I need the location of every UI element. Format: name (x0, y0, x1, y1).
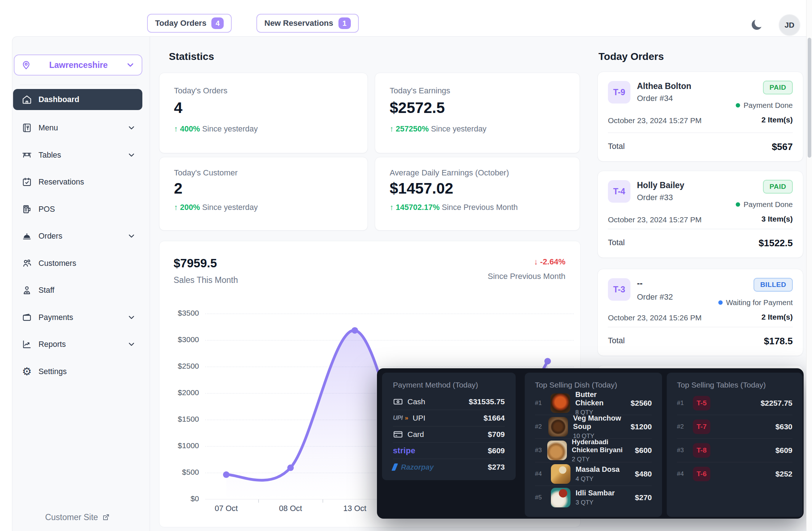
cloche-icon (22, 231, 32, 241)
pos-terminal-icon (22, 204, 32, 214)
customer-name: -- (637, 279, 642, 288)
sidebar-item-menu[interactable]: Menu (13, 117, 142, 138)
page-scrollbar-track[interactable] (806, 0, 812, 531)
sidebar-item-payments[interactable]: Payments (13, 307, 142, 328)
stat-label: Average Daily Earnings (October) (390, 168, 565, 178)
order-datetime: October 23, 2024 15:27 PM (608, 215, 702, 224)
stat-label: Today's Orders (174, 86, 353, 96)
status-badge: PAID (763, 180, 793, 194)
status-dot-icon (736, 103, 740, 108)
gridline (205, 340, 574, 341)
dish-amount: $270 (635, 493, 652, 502)
stat-delta-note: Since yesterday (202, 203, 258, 212)
dish-image (547, 441, 567, 460)
sidebar-item-label: Reservations (38, 178, 84, 187)
stat-value: 2 (174, 180, 353, 197)
dish-name: Hyderabadi Chicken Biryani (572, 438, 630, 454)
dish-row: #3 Hyderabadi Chicken Biryani2 QTY $600 (535, 439, 652, 462)
x-axis-tick (258, 499, 259, 503)
table-amount: $2257.75 (760, 399, 792, 408)
dish-qty: 2 QTY (572, 456, 630, 463)
gear-icon: ⚙ (22, 366, 32, 377)
sidebar-item-label: Settings (38, 367, 67, 376)
sidebar-item-reservations[interactable]: Reservations (13, 171, 142, 192)
sidebar-item-pos[interactable]: POS (13, 199, 142, 220)
order-card[interactable]: T-9 Althea Bolton Order #34 PAID Payment… (597, 72, 803, 162)
y-tick-label: $3000 (160, 335, 199, 344)
status-dot-icon (718, 300, 723, 305)
dish-amount: $600 (635, 446, 652, 455)
dish-rank: #2 (535, 423, 543, 430)
statistics-heading: Statistics (169, 51, 214, 62)
payment-method-heading: Payment Method (Today) (393, 381, 478, 389)
customer-name: Althea Bolton (637, 81, 691, 91)
chevron-down-icon (126, 60, 135, 70)
dish-row: #4 Masala Dosa4 QTY $480 (535, 462, 652, 486)
order-card[interactable]: T-3 -- Order #32 BILLED Waiting for Paym… (597, 269, 803, 356)
status-detail-text: Waiting for Payment (726, 298, 793, 307)
sidebar-item-label: Menu (38, 123, 58, 133)
menu-book-icon (22, 123, 32, 133)
user-avatar[interactable]: JD (779, 14, 800, 36)
dish-qty: 4 QTY (576, 475, 620, 483)
chart-report-icon (22, 339, 32, 349)
stat-delta-note: Since Previous Month (442, 203, 518, 212)
upi-logo-icon: UPI (393, 414, 403, 422)
order-datetime: October 23, 2024 15:26 PM (608, 313, 702, 322)
stat-card-average-daily-earnings: Average Daily Earnings (October) $1457.0… (375, 157, 580, 231)
stat-card-todays-customer: Today's Customer 2 ↑200%Since yesterday (159, 157, 368, 231)
sidebar-item-dashboard[interactable]: Dashboard (13, 89, 142, 110)
x-axis-tick (322, 499, 323, 503)
razorpay-mark-icon (391, 463, 398, 471)
location-name: Lawrenceshire (31, 60, 126, 70)
today-orders-button[interactable]: Today Orders 4 (147, 14, 232, 33)
order-card[interactable]: T-4 Holly Bailey Order #33 PAID Payment … (597, 171, 803, 258)
external-link-icon (102, 513, 110, 522)
sidebar-item-tables[interactable]: Tables (13, 145, 142, 166)
dish-name: Masala Dosa (576, 465, 620, 474)
sidebar-item-reports[interactable]: Reports (13, 334, 142, 355)
credit-card-icon (393, 429, 403, 439)
dark-mode-toggle[interactable] (749, 16, 766, 33)
chevron-down-icon (127, 313, 136, 322)
sidebar-top-divider (20, 85, 137, 85)
y-tick-label: $1500 (160, 415, 199, 423)
status-badge: BILLED (754, 278, 793, 292)
dish-name: Butter Chicken (575, 390, 625, 407)
order-number: Order #32 (637, 292, 673, 302)
location-selector[interactable]: Lawrenceshire (14, 54, 142, 76)
page-scrollbar-thumb[interactable] (808, 38, 811, 158)
sidebar-item-label: Customers (38, 259, 76, 268)
payment-method-amount: $609 (488, 446, 505, 455)
customer-site-label: Customer Site (45, 512, 98, 522)
total-value: $567 (772, 141, 793, 153)
avatar-initials: JD (785, 21, 795, 29)
sidebar-item-orders[interactable]: Orders (13, 226, 142, 247)
sidebar-item-settings[interactable]: ⚙ Settings (13, 361, 142, 382)
table-rank: #4 (677, 470, 688, 478)
y-tick-label: $2000 (160, 388, 199, 397)
stat-delta-value: 145702.17% (396, 203, 440, 212)
sales-change: -2.64% (540, 257, 565, 266)
sidebar-item-staff[interactable]: Staff (13, 280, 142, 301)
dish-image (551, 488, 571, 507)
table-badge: T-7 (693, 419, 710, 434)
dish-rank: #5 (535, 494, 546, 501)
new-reservations-button[interactable]: New Reservations 1 (256, 14, 359, 33)
new-reservations-button-label: New Reservations (264, 19, 333, 28)
customer-site-link[interactable]: Customer Site (13, 509, 142, 525)
stat-value: $2572.5 (390, 99, 565, 117)
order-card-divider (608, 229, 793, 229)
total-value: $178.5 (764, 336, 793, 347)
table-rank: #1 (677, 400, 688, 407)
table-row: #3 T-8 $609 (677, 439, 792, 462)
top-selling-tables-panel: Top Selling Tables (Today) #1 T-5 $2257.… (667, 373, 803, 517)
order-card-divider (608, 327, 793, 327)
table-badge: T-9 (608, 81, 630, 104)
y-tick-label: $3500 (160, 309, 199, 317)
y-tick-label: $2500 (160, 362, 199, 370)
sidebar-item-label: Tables (38, 151, 61, 160)
today-orders-button-label: Today Orders (155, 19, 206, 28)
sidebar-item-customers[interactable]: Customers (13, 253, 142, 274)
order-items-count: 2 Item(s) (762, 313, 793, 321)
